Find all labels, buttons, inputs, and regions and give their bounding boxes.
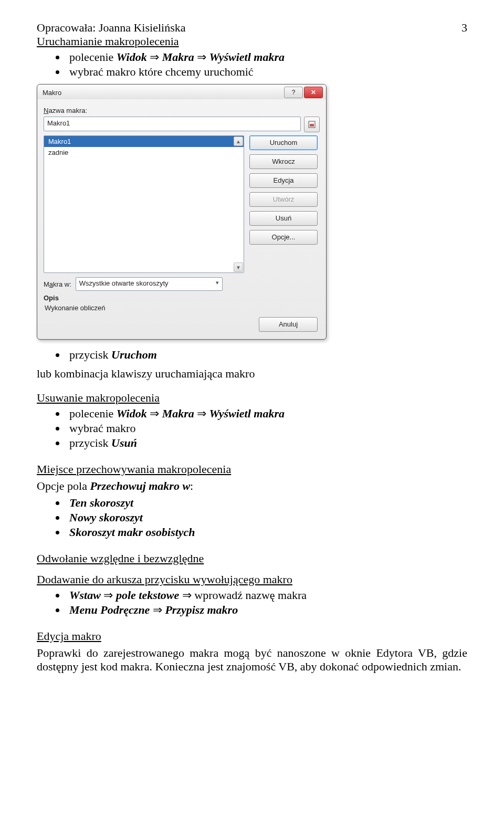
section-delete-title: Usuwanie makropolecenia [37,391,467,405]
arrow-icon: ⇒ [197,407,206,420]
text: Makra [159,407,197,420]
text: polecenie [69,407,117,420]
text: Ten skoroszyt [69,496,133,509]
text: Uruchom [111,348,157,361]
text: Widok [117,407,150,420]
storage-bullets: Ten skoroszyt Nowy skoroszyt Skoroszyt m… [37,496,467,539]
cancel-button[interactable]: Anuluj [259,317,318,332]
scroll-up-icon[interactable]: ▲ [234,136,243,146]
text: : [190,479,193,492]
text: Przechowuj makro w [90,479,190,492]
dialog-title: Makro [43,89,61,97]
delete-bullet-3: przycisk Usuń [66,436,467,450]
create-button: Utwórz [249,192,318,207]
delete-button[interactable]: Usuń [249,211,318,226]
storage-b2: Nowy skoroszyt [66,511,467,524]
scope-label: Makra w: [44,280,71,288]
macro-dialog: Makro ? ✕ Nazwa makra: Makro1 Makro1 zad… [37,84,327,340]
text: Wstaw [69,589,103,602]
text: pole tekstowe [113,589,182,602]
section-add-title: Dodawanie do arkusza przycisku wywołując… [37,573,467,586]
author-text: Opracowała: Joanna Kisielińska [37,21,185,35]
options-button[interactable]: Opcje... [249,230,318,245]
list-item[interactable]: zadnie [44,147,244,158]
close-icon[interactable]: ✕ [304,87,323,98]
desc-text: Wykonanie obliczeń [44,304,320,317]
svg-rect-1 [310,124,314,127]
storage-b3: Skoroszyt makr osobistych [66,526,467,539]
text: wprowadź nazwę makra [192,589,307,602]
step-button[interactable]: Wkrocz [249,154,318,169]
edit-button[interactable]: Edycja [249,173,318,188]
add-b2: Menu Podręczne ⇒ Przypisz makro [66,603,467,617]
arrow-icon: ⇒ [150,50,159,64]
text: Skoroszyt makr osobistych [69,526,195,539]
text: Menu Podręczne [69,603,153,616]
edit-para: Poprawki do zarejestrowanego makra mogą … [37,646,467,674]
text: Widok [117,50,150,64]
storage-b1: Ten skoroszyt [66,496,467,510]
text: przycisk [69,436,111,449]
arrow-icon: ⇒ [153,603,162,616]
run-bullets: polecenie Widok ⇒ Makra ⇒ Wyświetl makra… [37,50,467,79]
section-edit-title: Edycja makro [37,629,467,643]
dialog-titlebar: Makro ? ✕ [37,85,326,99]
add-b1: Wstaw ⇒ pole tekstowe ⇒ wprowadź nazwę m… [66,589,467,602]
arrow-icon: ⇒ [197,50,206,64]
section-run-title: Uruchamianie makropolecenia [37,35,467,48]
run-bullet-2: wybrać makro które chcemy uruchomić [66,65,467,79]
arrow-icon: ⇒ [150,407,159,420]
list-item[interactable]: Makro1 [44,136,244,147]
delete-bullet-1: polecenie Widok ⇒ Makra ⇒ Wyświetl makra [66,407,467,421]
text: polecenie [69,50,117,64]
section-storage-title: Miejsce przechowywania makropolecenia [37,463,467,476]
text: Wyświetl makra [206,50,285,64]
run-bullet-3: przycisk Uruchom [66,348,467,362]
text: Nowy skoroszyt [69,511,143,524]
storage-lead: Opcje pola Przechowuj makro w: [37,479,467,493]
delete-bullets: polecenie Widok ⇒ Makra ⇒ Wyświetl makra… [37,407,467,450]
macro-listbox[interactable]: Makro1 zadnie ▲ ▼ [44,135,244,273]
section-ref-title: Odwołanie względne i bezwzględne [37,552,467,565]
collapse-dialog-icon[interactable] [304,117,320,132]
macro-name-input[interactable]: Makro1 [44,117,301,131]
help-icon[interactable]: ? [284,87,303,98]
text: Opcje pola [37,479,90,492]
text: Makra [159,50,197,64]
delete-bullet-2: wybrać makro [66,422,467,435]
text: przycisk [69,348,111,361]
run-bullet-1: polecenie Widok ⇒ Makra ⇒ Wyświetl makra [66,50,467,64]
arrow-icon: ⇒ [182,589,192,602]
arrow-icon: ⇒ [103,589,113,602]
text: Wyświetl makra [206,407,285,420]
run-button[interactable]: Uruchom [249,135,318,150]
run-after-text: lub kombinacja klawiszy uruchamiająca ma… [37,367,467,381]
text: Przypisz makro [162,603,238,616]
macro-name-label: Nazwa makra: [44,107,320,114]
page-number: 3 [461,21,467,35]
desc-label: Opis [44,294,320,302]
scroll-down-icon[interactable]: ▼ [234,262,243,272]
run-bullets-2: przycisk Uruchom [37,348,467,362]
scope-combo[interactable]: Wszystkie otwarte skoroszyty [76,277,223,291]
add-bullets: Wstaw ⇒ pole tekstowe ⇒ wprowadź nazwę m… [37,589,467,617]
text: Usuń [111,436,137,449]
